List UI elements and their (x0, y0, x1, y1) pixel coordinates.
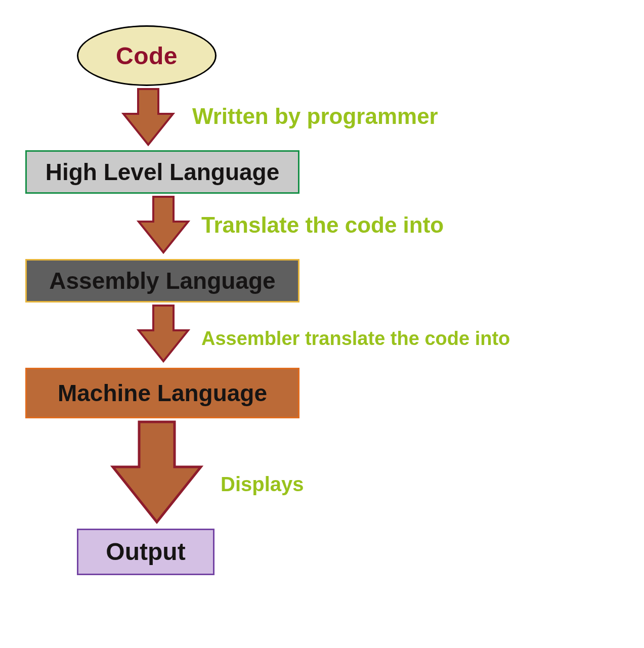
arrow-down-icon (136, 194, 191, 254)
node-machine-language: Machine Language (25, 368, 299, 418)
edge-label-4: Displays (221, 473, 304, 496)
node-mach-label: Machine Language (58, 381, 267, 405)
node-hll-label: High Level Language (46, 160, 280, 184)
node-output-label: Output (106, 540, 185, 564)
node-code-label: Code (116, 42, 178, 70)
edge-label-2: Translate the code into (201, 212, 444, 238)
arrow-down-icon (109, 419, 205, 525)
edge-label-3: Assembler translate the code into (201, 328, 510, 350)
arrow-down-icon (120, 86, 176, 147)
arrow-down-icon (136, 303, 191, 363)
edge-label-1: Written by programmer (192, 104, 438, 129)
node-assembly-language: Assembly Language (25, 259, 299, 303)
node-output: Output (77, 529, 214, 575)
node-high-level-language: High Level Language (25, 150, 299, 194)
node-code: Code (77, 25, 217, 86)
flowchart-canvas: Code Written by programmer High Level La… (0, 0, 644, 648)
node-asm-label: Assembly Language (49, 269, 275, 292)
